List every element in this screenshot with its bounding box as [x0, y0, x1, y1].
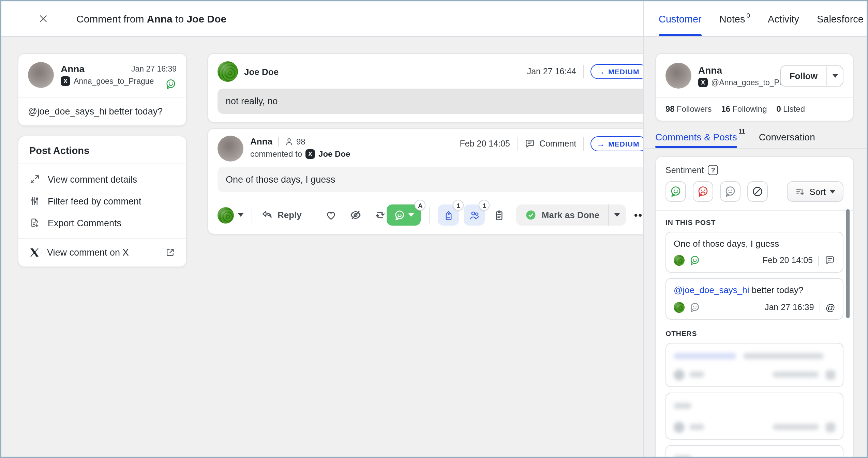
sentiment-neutral-icon [689, 302, 700, 312]
filter-sentiment-positive[interactable] [665, 181, 686, 202]
chevron-down-icon [832, 74, 838, 77]
tab-conversation[interactable]: Conversation [759, 132, 815, 148]
avatar [674, 302, 685, 312]
more-options-button[interactable]: ••• [634, 209, 643, 221]
post-actions-title: Post Actions [18, 136, 186, 164]
filter-sentiment-neutral[interactable] [720, 181, 740, 202]
feed-post-item-redacted[interactable] [665, 342, 843, 387]
assign-button[interactable]: 1 [464, 204, 485, 226]
section-in-this-post: IN THIS POST [665, 218, 843, 226]
feed-post-item-redacted[interactable] [665, 392, 843, 439]
tab-notes-label: Notes [719, 13, 745, 24]
tab-customer-label: Customer [659, 13, 702, 24]
avatar [218, 61, 238, 82]
help-icon[interactable]: ? [708, 165, 718, 175]
mark-as-done-button[interactable]: Mark as Done [517, 204, 608, 226]
audience-count: 98 [284, 137, 305, 146]
customer-stats: 98Followers 16Following 0Listed [656, 97, 853, 121]
export-document-icon [29, 217, 40, 228]
tab-notes[interactable]: Notes 0 [719, 1, 750, 36]
comment-bubble-icon [524, 138, 535, 149]
action-view-comment-details[interactable]: View comment details [18, 168, 186, 190]
tasks-button[interactable] [489, 204, 510, 226]
chevron-down-icon [238, 213, 243, 217]
parent-post-card: Joe Doe Jan 27 16:44 → MEDIUM not really… [207, 53, 643, 123]
filter-sentiment-none[interactable] [747, 181, 768, 202]
title-mid: to [175, 13, 184, 25]
right-panel-tabs: Customer Notes 0 Activity Salesforce [643, 1, 867, 37]
like-button[interactable] [325, 209, 338, 222]
feed-post-item[interactable]: @joe_doe_says_hi better today? Jan 27 16… [665, 278, 843, 320]
repost-icon [374, 209, 387, 222]
following-stat: 16Following [721, 104, 767, 114]
title-prefix: Comment from [76, 13, 144, 25]
sentiment-neutral-icon [724, 185, 736, 198]
filter-sentiment-negative[interactable] [693, 181, 713, 202]
author-name: Anna [250, 136, 272, 147]
tab-salesforce-label: Salesforce [817, 13, 864, 24]
sort-button[interactable]: Sort [787, 181, 843, 202]
avatar [218, 207, 234, 223]
repost-button[interactable] [374, 209, 387, 222]
mark-as-done-menu[interactable] [608, 204, 626, 226]
mention-icon: @ [826, 302, 835, 312]
comment-mention: @joe_doe_says_hi [28, 106, 106, 117]
tag-button[interactable]: 1 [438, 204, 459, 226]
customer-subtabs: Comments & Posts11 Conversation [655, 132, 854, 148]
context-name: Joe Doe [318, 149, 350, 159]
thread-column: Joe Doe Jan 27 16:44 → MEDIUM not really… [207, 53, 643, 457]
hide-button[interactable] [349, 209, 362, 222]
sentiment-selector-button[interactable]: A [387, 204, 421, 226]
close-button[interactable] [35, 11, 50, 26]
action-filter-feed[interactable]: Filter feed by comment [18, 190, 186, 212]
sentiment-positive-icon [165, 78, 177, 90]
heart-icon [325, 209, 338, 222]
sort-label: Sort [809, 186, 826, 197]
follow-button[interactable]: Follow [781, 66, 826, 86]
post-timestamp: Jan 27 16:44 [527, 67, 577, 76]
tab-activity[interactable]: Activity [768, 1, 799, 36]
tab-conversation-label: Conversation [759, 132, 815, 142]
eye-off-icon [349, 209, 362, 222]
feed-post-item[interactable]: One of those days, I guess Feb 20 14:05 [665, 232, 843, 273]
reply-action-bar: Reply [208, 200, 643, 234]
feed-scrollbar[interactable] [846, 209, 850, 318]
close-icon [38, 14, 48, 24]
action-view-on-x[interactable]: View comment on X [18, 238, 186, 266]
author-name: Joe Doe [244, 66, 527, 77]
tab-comments-posts-label: Comments & Posts [655, 132, 737, 142]
sentiment-positive-icon [670, 185, 682, 198]
sliders-icon [29, 196, 40, 207]
follow-menu[interactable] [826, 66, 843, 86]
priority-badge[interactable]: → MEDIUM [590, 136, 643, 151]
priority-badge[interactable]: → MEDIUM [590, 64, 643, 79]
listed-stat: 0Listed [777, 104, 805, 114]
feed-post-text: better today? [749, 285, 804, 295]
mark-as-done-label: Mark as Done [542, 210, 599, 220]
context-prefix: commented to [250, 149, 302, 159]
avatar [28, 62, 54, 88]
feed-post-timestamp: Jan 27 16:39 [765, 302, 814, 312]
left-column: Anna X Anna_goes_to_Prague Jan 27 16:39 [18, 53, 187, 457]
reply-post-card: Anna 98 commented to X [207, 128, 643, 234]
tab-comments-posts[interactable]: Comments & Posts11 [655, 132, 745, 148]
comment-timestamp: Jan 27 16:39 [131, 65, 177, 73]
action-label: Filter feed by comment [48, 196, 141, 206]
action-label: Export Comments [48, 218, 121, 228]
tab-salesforce[interactable]: Salesforce [817, 1, 864, 36]
feed-post-timestamp: Feb 20 14:05 [763, 256, 813, 265]
title-from-name: Anna [147, 13, 173, 25]
reply-button[interactable]: Reply [260, 209, 302, 222]
priority-arrow-icon: → [597, 67, 605, 76]
feed-post-item-redacted[interactable] [665, 445, 843, 457]
comment-body: @joe_doe_says_hi better today? [18, 97, 186, 125]
profile-switcher[interactable] [218, 207, 243, 223]
tab-customer[interactable]: Customer [659, 1, 702, 36]
external-link-icon [165, 247, 175, 258]
post-type-label: Comment [539, 139, 576, 149]
priority-label: MEDIUM [608, 67, 639, 76]
customer-feed-card: Sentiment ? [655, 156, 854, 457]
action-export-comments[interactable]: Export Comments [18, 212, 186, 234]
detail-header: Comment from Anna to Joe Doe [1, 1, 643, 37]
x-network-badge: X [305, 149, 315, 159]
